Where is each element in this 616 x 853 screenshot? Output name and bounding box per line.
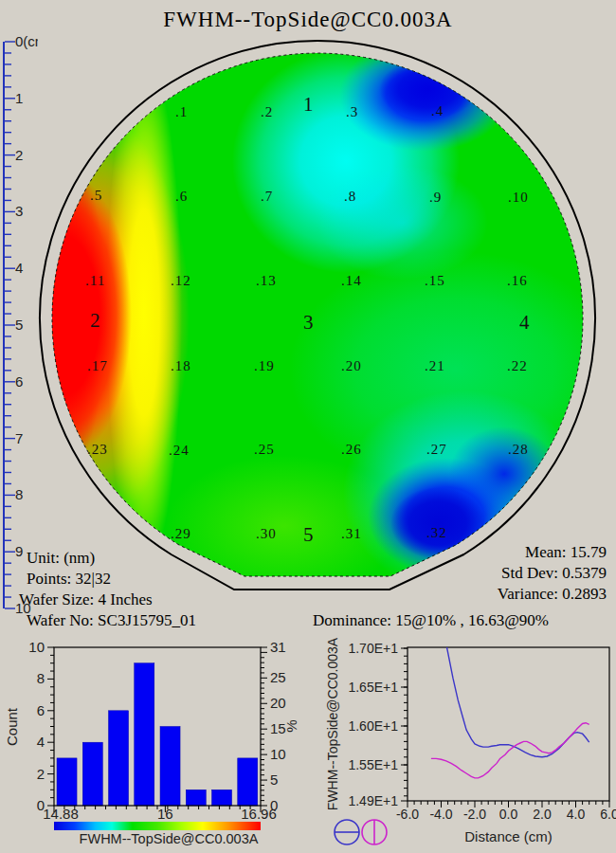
wafer-no-label: Wafer No: SC3J15795_01 (27, 611, 196, 630)
histogram-bars (57, 663, 258, 806)
wafer-point-label: .6 (175, 189, 188, 205)
profile-line-vertical-diameter-scan (431, 723, 589, 778)
dominance-label: Dominance: 15@10% , 16.63@90% (313, 611, 549, 630)
colorbar (54, 822, 261, 830)
ruler-label: 4 (15, 260, 23, 276)
wafer-point-label: .31 (341, 526, 362, 542)
svg-text:2: 2 (37, 766, 45, 782)
ruler-label: 6 (15, 373, 23, 390)
svg-text:4: 4 (37, 734, 45, 750)
wafer-point-label: .9 (429, 190, 442, 206)
wafer-point-label: .18 (171, 358, 191, 374)
wafer-point-label: .26 (341, 442, 362, 458)
svg-text:20: 20 (270, 695, 286, 711)
wafer-point-label: .27 (426, 442, 447, 458)
histogram-bar (109, 711, 129, 806)
wafer-point-label: .16 (507, 273, 528, 289)
wafer-point-label: .10 (508, 190, 529, 206)
wafer-point-label: .15 (425, 273, 445, 289)
wafer-point-label: .2 (261, 104, 273, 120)
unit-label: Unit: (nm) (27, 549, 95, 568)
svg-text:10: 10 (270, 746, 286, 762)
profile-line-horizontal-diameter-scan (444, 630, 589, 757)
wafer-report-window: FWHM--TopSide@CC0.003A (0, 0, 616, 853)
ruler-label: 1 (15, 90, 23, 106)
ruler: 0(cm)12345678910 (0, 0, 38, 627)
wafer-point-label: .5 (90, 188, 102, 204)
svg-text:10: 10 (28, 639, 45, 655)
wafer-point-label: .11 (85, 273, 105, 289)
svg-text:6: 6 (37, 702, 45, 718)
wafer-point-label: .3 (346, 104, 358, 120)
wafer-point-label: .19 (254, 358, 275, 374)
svg-text:8: 8 (37, 670, 45, 686)
histogram-bar (82, 742, 102, 806)
profile-chart: 1.70E+11.65E+11.60E+11.55E+11.49E+1-6.0-… (313, 630, 616, 853)
wafer-point-label: .30 (256, 526, 277, 542)
histogram-bar (135, 663, 154, 806)
histogram-bar (186, 789, 206, 806)
wafer-zone-marker: 2 (90, 309, 100, 333)
mean-label: Mean: 15.79 (525, 543, 607, 562)
svg-text:1.60E+1: 1.60E+1 (348, 718, 398, 734)
svg-text:4.0: 4.0 (567, 807, 586, 822)
wafer-zone-marker: 4 (519, 311, 530, 335)
wafer-point-label: .21 (425, 358, 445, 374)
ruler-label: 8 (15, 486, 23, 502)
profile-legend (335, 820, 387, 844)
svg-text:16.96: 16.96 (241, 806, 277, 822)
svg-text:14.88: 14.88 (43, 806, 79, 822)
svg-text:1.49E+1: 1.49E+1 (348, 793, 398, 808)
wafer-point-label: .23 (87, 442, 108, 458)
histogram-bar (160, 727, 180, 807)
svg-text:1.70E+1: 1.70E+1 (348, 641, 398, 656)
svg-text:5: 5 (270, 771, 278, 788)
svg-text:6.0: 6.0 (600, 807, 616, 822)
svg-text:-2.0: -2.0 (463, 807, 486, 822)
profile-ylabel: FWHM--TopSide@CC0.003A (325, 637, 340, 810)
svg-text:-6.0: -6.0 (396, 807, 419, 822)
svg-text:25: 25 (270, 669, 286, 685)
wafer-size-label: Wafer Size: 4 Inches (19, 590, 153, 609)
ruler-label: 7 (15, 430, 23, 446)
wafer-point-label: .14 (341, 273, 362, 289)
ruler-label: 0(cm) (15, 33, 38, 49)
wafer-point-label: .12 (171, 273, 191, 289)
std-dev-label: Std Dev: 0.5379 (501, 564, 607, 583)
wafer-zone-marker: 3 (303, 311, 314, 335)
wafer-point-label: .1 (175, 104, 188, 120)
wafer-point-label: .13 (256, 273, 277, 289)
wafer-point-label: .25 (254, 442, 275, 458)
wafer-point-label: .20 (341, 358, 362, 374)
wafer-point-label: .29 (171, 526, 191, 542)
wafer-point-label: .32 (426, 525, 447, 541)
histogram-axes-ticks (47, 647, 267, 812)
svg-text:0.0: 0.0 (499, 807, 518, 822)
histogram-ylabel-count: Count (4, 707, 20, 746)
wafer-point-label: .22 (507, 358, 528, 374)
wafer-point-label: .28 (508, 442, 529, 458)
histogram-chart: 024681005101520253114.881616.96Count%FWH… (0, 630, 313, 853)
svg-text:1.55E+1: 1.55E+1 (348, 757, 398, 772)
svg-text:1.65E+1: 1.65E+1 (348, 680, 398, 695)
ruler-label: 2 (15, 147, 23, 163)
ruler-label: 3 (15, 203, 23, 219)
wafer-point-label: .8 (344, 189, 356, 205)
wafer-point-label: .4 (431, 103, 444, 119)
ruler-label: 9 (15, 543, 23, 559)
wafer-point-label: .17 (87, 358, 108, 374)
colorbar-label: FWHM--TopSide@CC0.003A (80, 831, 259, 846)
wafer-zone-marker: 5 (303, 523, 314, 547)
svg-text:16: 16 (157, 806, 173, 822)
svg-text:2.0: 2.0 (533, 807, 552, 822)
variance-label: Variance: 0.2893 (498, 585, 607, 604)
wafer-zone-marker: 1 (303, 93, 314, 117)
histogram-ylabel-percent: % (283, 719, 299, 732)
histogram-bar (238, 758, 258, 806)
profile-plot-box (408, 647, 609, 801)
wafer-point-label: .24 (169, 443, 190, 459)
ruler-label: 5 (15, 317, 23, 333)
profile-xlabel: Distance (cm) (464, 828, 553, 844)
points-label: Points: 32|32 (27, 570, 111, 589)
svg-text:31: 31 (270, 639, 286, 655)
